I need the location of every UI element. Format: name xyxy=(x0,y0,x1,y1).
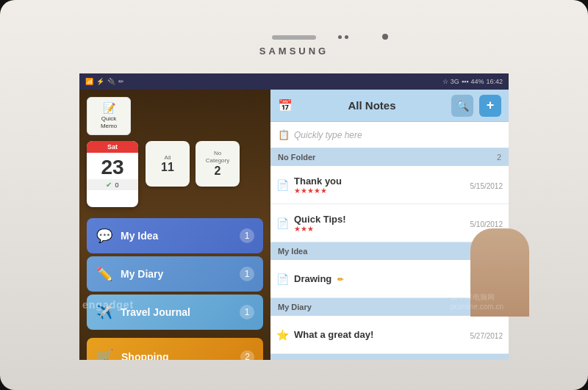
note-icon: ⭐ xyxy=(276,329,290,341)
note-quick-tips-meta: 5/10/2012 xyxy=(470,217,503,230)
quick-memo-label: QuickMemo xyxy=(101,115,117,129)
quick-type-placeholder: Quickly type here xyxy=(294,130,362,140)
check-icon: ✔ xyxy=(106,181,112,189)
note-quick-tips[interactable]: 📄 Quick Tips! ★★★ 5/10/2012 xyxy=(270,204,509,242)
calendar-footer: ✔ 0 xyxy=(87,179,138,190)
status-icons-left: 📶 ⚡ 🔌 ✏ xyxy=(85,78,124,85)
add-note-button[interactable]: + xyxy=(479,95,501,117)
note-quick-tips-content: Quick Tips! ★★★ xyxy=(294,214,466,233)
edit-icon: ✏ xyxy=(118,78,124,85)
note-thank-you-title: Thank you xyxy=(294,176,466,187)
bluetooth-icon: ⚡ xyxy=(96,78,104,85)
signal-icon: ☆ xyxy=(442,78,448,85)
usb-icon: 🔌 xyxy=(107,78,115,85)
travel-journal-count: 1 xyxy=(240,305,254,319)
section-no-folder-count: 2 xyxy=(497,153,501,162)
calendar-widget[interactable]: Sat 23 ✔ 0 xyxy=(87,141,138,207)
my-idea-count: 1 xyxy=(240,228,254,243)
note-great-day-title: What a great day! xyxy=(294,329,466,340)
section-travel-journal: Travel Journal 1 xyxy=(270,354,509,360)
filter-no-cat-count: 2 xyxy=(215,165,221,178)
memo-icon: 📝 xyxy=(103,102,115,114)
time-display: 16:42 xyxy=(486,78,503,85)
note-quick-tips-title: Quick Tips! xyxy=(294,214,466,225)
notebook-shopping[interactable]: 🛒 Shopping 2 xyxy=(87,338,263,360)
filter-no-cat-label: NoCategory xyxy=(206,150,229,164)
notebook-my-idea[interactable]: 💬 My Idea 1 xyxy=(87,218,263,253)
section-my-idea-label: My Idea xyxy=(278,247,307,256)
filter-no-category-widget[interactable]: NoCategory 2 xyxy=(196,141,240,187)
screen: 📝 QuickMemo Sat 23 ✔ 0 All 11 NoCate xyxy=(79,73,509,360)
notebook-list: 💬 My Idea 1 ✏️ My Diary 1 ✈️ Travel Jour… xyxy=(87,218,263,333)
network-icon: 3G xyxy=(451,78,459,85)
note-drawing-content: Drawing ✏ xyxy=(294,273,466,284)
travel-journal-label: Travel Journal xyxy=(121,306,232,318)
sensor-dot xyxy=(345,35,348,39)
calendar-date: 23 xyxy=(87,153,138,179)
sensors xyxy=(338,35,348,39)
note-thank-you-meta: 5/15/2012 xyxy=(470,178,503,192)
pconline-watermark: 太平洋电脑网pconline.com.cn xyxy=(451,292,503,311)
my-diary-icon: ✏️ xyxy=(96,266,113,282)
section-travel-count: 1 xyxy=(497,358,501,360)
note-thank-you[interactable]: 📄 Thank you ★★★★★ 5/15/2012 xyxy=(270,166,509,204)
note-quick-tips-date: 5/10/2012 xyxy=(470,220,503,228)
bars-icon: ▪▪▪ xyxy=(462,78,469,85)
notebook-my-diary[interactable]: ✏️ My Diary 1 xyxy=(87,256,263,292)
my-diary-count: 1 xyxy=(240,267,254,281)
drawing-note-icon: 📄 xyxy=(276,273,290,285)
section-travel-label: Travel Journal xyxy=(278,358,333,360)
front-camera xyxy=(382,34,388,40)
samsung-logo: SAMSUNG xyxy=(259,46,329,57)
right-panel: 📅 All Notes 🔍 + 📋 Quickly type here No F… xyxy=(270,90,509,360)
quick-type-icon: 📋 xyxy=(278,129,290,140)
filter-widgets: All 11 NoCategory 2 xyxy=(146,141,240,187)
my-diary-label: My Diary xyxy=(121,268,232,280)
note-great-day[interactable]: ⭐ What a great day! 5/27/2012 xyxy=(270,316,509,354)
notes-header-icon: 📅 xyxy=(278,98,293,112)
note-thank-you-stars: ★★★★★ xyxy=(294,187,466,195)
note-great-day-meta: 5/27/2012 xyxy=(470,328,503,342)
drawing-pencil-icon: ✏ xyxy=(337,275,343,284)
note-thank-you-content: Thank you ★★★★★ xyxy=(294,176,466,195)
device-frame: SAMSUNG 📶 ⚡ 🔌 ✏ ☆ 3G ▪▪▪ 44% 16:42 📝 Qui… xyxy=(0,0,588,390)
section-my-diary-label: My Diary xyxy=(278,303,312,311)
battery-icon: 44% xyxy=(470,78,484,85)
note-icon: 📄 xyxy=(276,217,290,229)
note-icon: 📄 xyxy=(276,179,290,191)
engadget-watermark: engadget xyxy=(82,299,134,311)
calendar-count: 0 xyxy=(115,181,118,189)
status-bar: 📶 ⚡ 🔌 ✏ ☆ 3G ▪▪▪ 44% 16:42 xyxy=(79,73,509,90)
my-idea-icon: 💬 xyxy=(96,228,113,244)
filter-all-widget[interactable]: All 11 xyxy=(146,141,190,187)
sensor-dot xyxy=(338,35,342,39)
note-thank-you-date: 5/15/2012 xyxy=(470,182,503,190)
calendar-day: Sat xyxy=(87,141,138,153)
shopping-icon: 🛒 xyxy=(96,348,114,360)
note-drawing-title: Drawing ✏ xyxy=(294,273,466,284)
wifi-icon: 📶 xyxy=(85,78,93,85)
note-great-day-date: 5/27/2012 xyxy=(470,332,503,340)
shopping-label: Shopping xyxy=(121,351,233,360)
shopping-count: 2 xyxy=(240,350,254,360)
all-notes-title: All Notes xyxy=(298,99,445,112)
quick-type-bar[interactable]: 📋 Quickly type here xyxy=(270,122,509,148)
search-button[interactable]: 🔍 xyxy=(451,95,473,117)
section-no-folder: No Folder 2 xyxy=(270,148,509,166)
my-idea-label: My Idea xyxy=(121,230,232,242)
left-panel: 📝 QuickMemo Sat 23 ✔ 0 All 11 NoCate xyxy=(79,90,270,360)
section-no-folder-label: No Folder xyxy=(278,153,315,162)
note-great-day-content: What a great day! xyxy=(294,329,466,340)
status-right: ☆ 3G ▪▪▪ 44% 16:42 xyxy=(442,78,503,85)
notes-header: 📅 All Notes 🔍 + xyxy=(270,90,509,122)
filter-all-label: All xyxy=(165,154,171,161)
note-quick-tips-stars: ★★★ xyxy=(294,225,466,233)
speaker xyxy=(272,35,316,40)
quick-memo-widget[interactable]: 📝 QuickMemo xyxy=(87,97,131,135)
filter-all-count: 11 xyxy=(161,161,174,174)
